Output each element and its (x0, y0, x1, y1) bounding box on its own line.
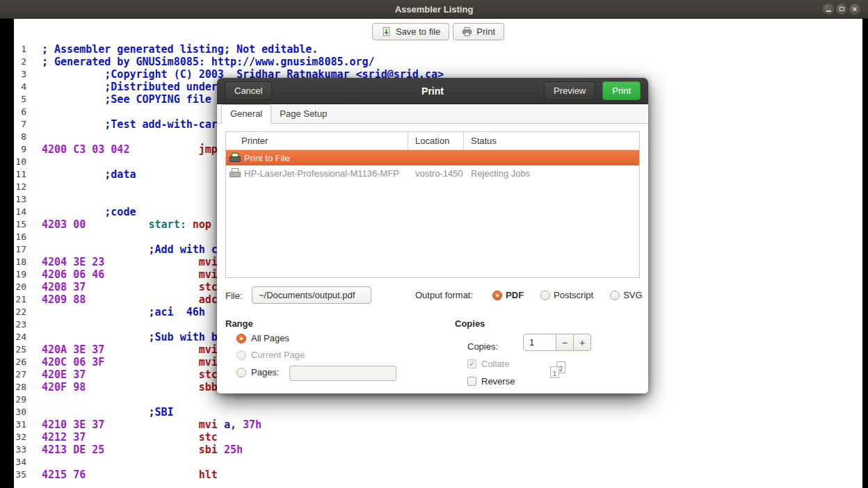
code-line: 34 (14, 456, 862, 469)
line-number: 34 (14, 456, 26, 469)
line-number: 11 (14, 168, 26, 181)
preview-button[interactable]: Preview (544, 81, 595, 100)
range-current-page-option: Current Page (236, 350, 305, 360)
copies-input[interactable] (523, 334, 556, 351)
code-line: 2; Generated by GNUSim8085: http://www.g… (14, 56, 862, 68)
maximize-icon (839, 7, 844, 11)
reverse-checkbox[interactable] (467, 377, 476, 386)
printer-name: HP-LaserJet-Professional-M1136-MFP (244, 168, 399, 179)
code-line: 30 ;SBI (14, 406, 862, 418)
file-label: File: (225, 291, 243, 301)
line-number: 30 (14, 406, 26, 418)
save-icon (381, 26, 392, 37)
output-format-row: Output format: PDF Postscript SVG (415, 286, 643, 304)
print-button[interactable]: Print (453, 23, 504, 40)
reverse-option: Reverse (467, 376, 515, 387)
range-pages-option: Pages: (236, 367, 279, 377)
printer-location: vostro-1450 (408, 168, 464, 179)
printer-list: Printer Location Status Print to File HP… (225, 131, 640, 278)
radio-svg[interactable] (610, 291, 620, 300)
code-line: 354215 76 hlt (14, 469, 862, 481)
line-number: 10 (14, 156, 26, 168)
copies-increment-button[interactable]: + (573, 334, 591, 351)
line-number: 21 (14, 293, 26, 306)
pages-label[interactable]: Pages: (251, 367, 279, 377)
minimize-icon (826, 10, 831, 12)
line-number: 15 (14, 218, 26, 231)
all-pages-label[interactable]: All Pages (251, 333, 289, 343)
line-number: 26 (14, 356, 26, 368)
cancel-button[interactable]: Cancel (225, 81, 272, 100)
save-to-file-label: Save to file (396, 26, 440, 37)
code-line: 314210 3E 37 mvi a, 37h (14, 418, 862, 431)
current-page-label: Current Page (251, 350, 305, 360)
line-number: 7 (14, 118, 26, 131)
line-number: 14 (14, 206, 26, 218)
line-number: 17 (14, 243, 26, 256)
line-number: 20 (14, 281, 26, 293)
line-number: 12 (14, 181, 26, 193)
tab-general[interactable]: General (221, 104, 271, 124)
collate-pages-icon: 2 1 (550, 361, 568, 381)
code-line: 1; Assembler generated listing; Not edit… (14, 43, 862, 56)
window-controls: × (823, 3, 860, 15)
column-printer[interactable]: Printer (226, 132, 408, 149)
close-button[interactable]: × (849, 3, 860, 15)
tab-page-setup[interactable]: Page Setup (271, 105, 335, 123)
radio-current-page (236, 350, 246, 360)
radio-postscript-label[interactable]: Postscript (554, 290, 593, 300)
line-number: 5 (14, 93, 26, 106)
printer-name: Print to File (244, 153, 290, 163)
copies-decrement-button[interactable]: − (556, 334, 574, 351)
copies-spinner: − + (523, 334, 591, 351)
save-to-file-button[interactable]: Save to file (372, 23, 449, 40)
code-line: 334213 DE 25 sbi 25h (14, 444, 862, 456)
dialog-header: Print Cancel Preview Print (217, 78, 648, 104)
line-number: 28 (14, 381, 26, 393)
printer-row-print-to-file[interactable]: Print to File (226, 150, 639, 165)
radio-pdf-label[interactable]: PDF (506, 290, 524, 300)
line-number: 1 (14, 43, 26, 56)
line-number: 16 (14, 231, 26, 243)
range-section-title: Range (225, 318, 253, 329)
line-number: 24 (14, 331, 26, 343)
line-number: 23 (14, 318, 26, 331)
line-number: 25 (14, 343, 26, 356)
print-icon (462, 26, 472, 37)
maximize-button[interactable] (836, 3, 847, 15)
line-number: 22 (14, 306, 26, 318)
line-number: 29 (14, 393, 26, 406)
copies-label: Copies: (467, 341, 498, 352)
reverse-label[interactable]: Reverse (481, 376, 515, 387)
file-name-button[interactable]: ~/Documents/output.pdf (252, 286, 371, 304)
line-number: 8 (14, 131, 26, 143)
radio-svg-label[interactable]: SVG (623, 290, 642, 300)
line-number: 31 (14, 418, 26, 431)
column-status[interactable]: Status (464, 132, 639, 149)
collate-label: Collate (481, 359, 509, 369)
collate-checkbox (467, 359, 476, 368)
line-number: 13 (14, 193, 26, 206)
dialog-print-button[interactable]: Print (602, 81, 641, 100)
range-all-pages-option: All Pages (236, 333, 289, 343)
minimize-button[interactable] (823, 3, 834, 15)
line-number: 6 (14, 106, 26, 118)
radio-postscript[interactable] (540, 291, 550, 300)
line-number: 19 (14, 268, 26, 281)
line-number: 3 (14, 68, 26, 81)
titlebar: Assembler Listing × (0, 0, 868, 19)
toolbar: Save to file Print (14, 19, 862, 40)
printer-status: Rejecting Jobs (464, 168, 639, 179)
line-number: 32 (14, 431, 26, 444)
printer-icon (229, 168, 240, 178)
window-title: Assembler Listing (395, 4, 474, 15)
line-number: 35 (14, 469, 26, 481)
collate-page-1: 1 (550, 366, 559, 378)
column-location[interactable]: Location (408, 132, 464, 149)
radio-all-pages[interactable] (236, 334, 246, 343)
radio-pages[interactable] (236, 368, 246, 377)
printer-row-hp-laserjet[interactable]: HP-LaserJet-Professional-M1136-MFP vostr… (226, 165, 639, 181)
printer-list-header: Printer Location Status (226, 132, 639, 150)
code-line: 324212 37 stc (14, 431, 862, 444)
radio-pdf[interactable] (492, 291, 502, 300)
